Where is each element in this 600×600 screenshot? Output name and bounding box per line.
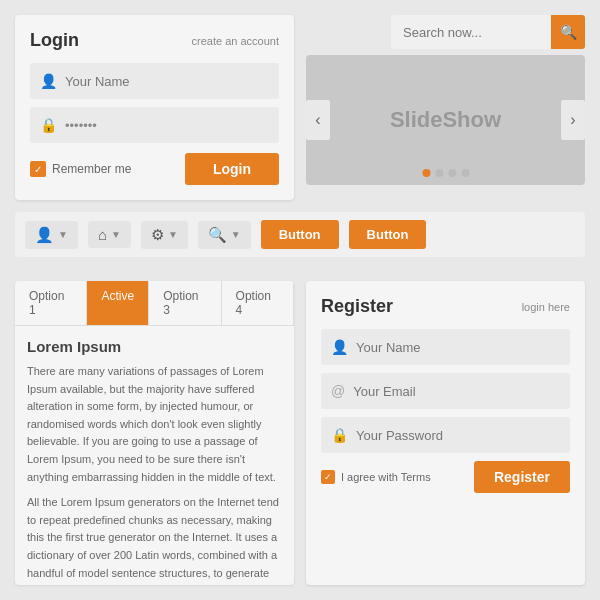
agree-checkbox[interactable]: ✓ [321,470,335,484]
chevron-down-icon: ▼ [231,229,241,240]
username-input[interactable] [65,74,269,89]
chevron-down-icon: ▼ [168,229,178,240]
user-icon: 👤 [35,226,54,244]
dot-2[interactable] [435,169,443,177]
register-footer: ✓ I agree with Terms Register [321,461,570,493]
register-title: Register [321,296,393,317]
slideshow-dots [422,169,469,177]
user-icon: 👤 [40,73,57,89]
login-title: Login [30,30,79,51]
reg-name-input[interactable] [356,340,560,355]
right-column: 🔍 SlideShow ‹ › [306,15,585,200]
username-input-group: 👤 [30,63,279,99]
reg-password-input[interactable] [356,428,560,443]
chevron-down-icon: ▼ [58,229,68,240]
slide-next-button[interactable]: › [561,100,585,140]
tab-option3[interactable]: Option 3 [149,281,221,325]
remember-me-group: ✓ Remember me [30,161,131,177]
gear-icon: ⚙ [151,226,164,244]
search-area: 🔍 [306,15,585,49]
login-button[interactable]: Login [185,153,279,185]
register-panel: Register login here 👤 @ 🔒 ✓ I agree with… [306,281,585,585]
search-button[interactable]: 🔍 [551,15,585,49]
tab-option4[interactable]: Option 4 [222,281,294,325]
content-paragraph-1: There are many variations of passages of… [27,363,282,486]
register-button[interactable]: Register [474,461,570,493]
dot-1[interactable] [422,169,430,177]
slide-prev-button[interactable]: ‹ [306,100,330,140]
search-wrapper: 🔍 [391,15,585,49]
tab-content-area: Lorem Ipsum There are many variations of… [15,326,294,585]
register-header: Register login here [321,296,570,317]
create-account-link[interactable]: create an account [192,35,279,47]
login-footer: ✓ Remember me Login [30,153,279,185]
lock-icon: 🔒 [40,117,57,133]
tab-active[interactable]: Active [87,281,149,325]
chevron-down-icon: ▼ [111,229,121,240]
lock-icon: 🔒 [331,427,348,443]
login-panel: Login create an account 👤 🔒 ✓ Remember m… [15,15,294,200]
login-header: Login create an account [30,30,279,51]
login-here-link[interactable]: login here [522,301,570,313]
toolbar: 👤 ▼ ⌂ ▼ ⚙ ▼ 🔍 ▼ Button Button [15,212,585,257]
reg-email-group: @ [321,373,570,409]
remember-checkbox[interactable]: ✓ [30,161,46,177]
toolbar-button-1[interactable]: Button [261,220,339,249]
slideshow-container: SlideShow ‹ › [306,55,585,185]
toolbar-search-group[interactable]: 🔍 ▼ [198,221,251,249]
content-paragraph-2: All the Lorem Ipsum generators on the In… [27,494,282,585]
user-icon: 👤 [331,339,348,355]
password-input-group: 🔒 [30,107,279,143]
search-icon: 🔍 [208,226,227,244]
toolbar-user-group[interactable]: 👤 ▼ [25,221,78,249]
remember-label: Remember me [52,162,131,176]
agree-terms-group: ✓ I agree with Terms [321,470,431,484]
search-input[interactable] [391,15,551,49]
password-input[interactable] [65,118,269,133]
tab-option1[interactable]: Option 1 [15,281,87,325]
search-icon: 🔍 [560,24,577,40]
home-icon: ⌂ [98,226,107,243]
tabs-row: Option 1 Active Option 3 Option 4 [15,281,294,326]
reg-email-input[interactable] [353,384,560,399]
slideshow-panel: SlideShow ‹ › [306,55,585,185]
toolbar-home-group[interactable]: ⌂ ▼ [88,221,131,248]
tabs-panel: Option 1 Active Option 3 Option 4 Lorem … [15,281,294,585]
toolbar-settings-group[interactable]: ⚙ ▼ [141,221,188,249]
reg-password-group: 🔒 [321,417,570,453]
content-title: Lorem Ipsum [27,338,282,355]
toolbar-button-2[interactable]: Button [349,220,427,249]
reg-name-group: 👤 [321,329,570,365]
agree-label: I agree with Terms [341,471,431,483]
dot-4[interactable] [461,169,469,177]
slideshow-label: SlideShow [390,107,501,133]
email-icon: @ [331,383,345,399]
dot-3[interactable] [448,169,456,177]
